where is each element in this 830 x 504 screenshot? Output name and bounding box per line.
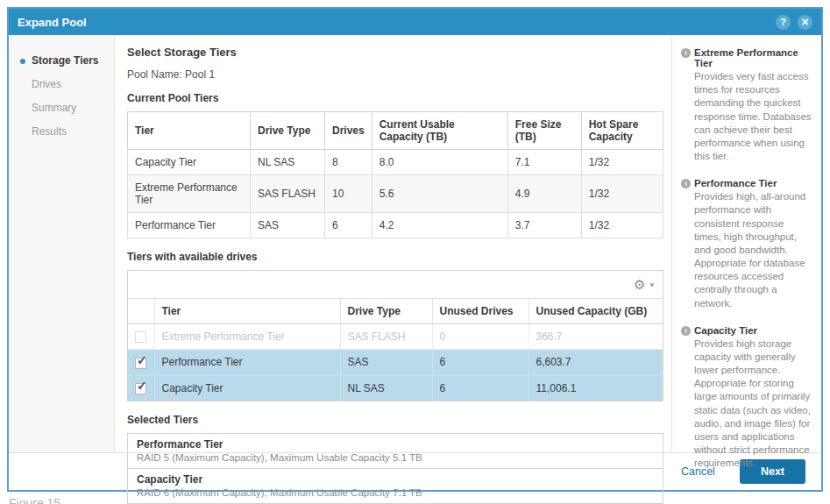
cell-drive-type: SAS: [251, 213, 325, 238]
step-label: Results: [32, 125, 67, 138]
cell-unused-capacity: 366.7: [529, 324, 663, 350]
page: Expand Pool ? ✕ Storage Tiers Drives Sum…: [0, 0, 830, 504]
table-header-row: Tier Drive Type Drives Current Usable Ca…: [128, 112, 663, 150]
cell-tier: Performance Tier: [154, 350, 340, 375]
cell-unused-drives: 6: [432, 350, 529, 375]
main-panel: Select Storage Tiers Pool Name: Pool 1 C…: [115, 35, 672, 452]
current-pool-tiers-table: Tier Drive Type Drives Current Usable Ca…: [127, 111, 663, 238]
table-row: Extreme Performance Tier SAS FLASH 10 5.…: [128, 175, 663, 213]
dialog-titlebar: Expand Pool ? ✕: [9, 9, 821, 35]
cell-hot-spare: 1/32: [581, 213, 663, 238]
cell-tier: Extreme Performance Tier: [128, 175, 251, 213]
chevron-down-icon[interactable]: ▾: [649, 280, 654, 289]
cell-unused-drives: 0: [432, 324, 529, 350]
wizard-steps-sidebar: Storage Tiers Drives Summary Results: [9, 35, 115, 452]
tier-info-panel: i Extreme Performance Tier Provides very…: [672, 35, 821, 452]
close-icon[interactable]: ✕: [798, 15, 812, 30]
cell-hot-spare: 1/32: [581, 150, 663, 175]
selected-tiers-heading: Selected Tiers: [127, 414, 663, 426]
table-row: Capacity Tier NL SAS 8 8.0 7.1 1/32: [128, 150, 663, 175]
info-title: Capacity Tier: [694, 325, 812, 336]
cell-tier: Capacity Tier: [154, 375, 340, 401]
table-row: Performance Tier SAS 6 4.2 3.7 1/32: [128, 213, 663, 238]
cell-drives: 8: [325, 150, 372, 175]
cell-drive-type: NL SAS: [251, 150, 325, 175]
column-header: Tier: [128, 112, 251, 150]
table-header-row: Tier Drive Type Unused Drives Unused Cap…: [128, 299, 663, 324]
checkbox-checked[interactable]: ✓: [135, 358, 146, 369]
column-header: Drives: [325, 112, 372, 150]
cell-drives: 10: [325, 175, 372, 213]
cell-tier: Capacity Tier: [128, 150, 251, 175]
dialog-content: Storage Tiers Drives Summary Results Sel…: [9, 35, 821, 452]
cell-drives: 6: [325, 213, 372, 238]
info-text: Provides high, all-around performance wi…: [694, 190, 812, 310]
check-icon: ✓: [137, 379, 147, 393]
check-icon: ✓: [137, 353, 147, 367]
current-pool-tiers-heading: Current Pool Tiers: [127, 92, 663, 104]
cell-unused-capacity: 6,603.7: [529, 350, 663, 375]
figure-caption: Figure 15: [9, 496, 60, 504]
column-header: Tier: [154, 299, 340, 324]
info-text: Provides high storage capacity with gene…: [694, 337, 812, 471]
cell-usable-capacity: 8.0: [372, 150, 507, 175]
cell-drive-type: SAS: [340, 350, 432, 375]
page-title: Select Storage Tiers: [127, 46, 663, 59]
dialog-title: Expand Pool: [18, 16, 87, 29]
tier-row-performance[interactable]: ✓ Performance Tier SAS 6 6,603.7: [128, 350, 663, 375]
table-toolbar: ⚙ ▾: [128, 271, 663, 299]
info-capacity-tier: i Capacity Tier Provides high storage ca…: [681, 325, 812, 471]
pool-name-label: Pool Name: Pool 1: [127, 68, 663, 81]
cell-unused-capacity: 11,006.1: [529, 375, 663, 401]
column-header: Free Size (TB): [507, 112, 581, 150]
info-extreme-performance-tier: i Extreme Performance Tier Provides very…: [681, 47, 812, 163]
cell-hot-spare: 1/32: [581, 175, 663, 213]
step-results[interactable]: Results: [9, 120, 114, 144]
checkbox-column-header: [128, 299, 154, 324]
gear-icon[interactable]: ⚙: [634, 278, 645, 291]
cell-free-size: 4.9: [507, 175, 581, 213]
cell-unused-drives: 6: [432, 375, 529, 401]
expand-pool-dialog: Expand Pool ? ✕ Storage Tiers Drives Sum…: [7, 7, 823, 492]
step-storage-tiers[interactable]: Storage Tiers: [9, 49, 114, 73]
cell-usable-capacity: 5.6: [372, 175, 507, 213]
info-title: Performance Tier: [694, 178, 812, 188]
column-header: Drive Type: [251, 112, 325, 150]
step-label: Storage Tiers: [32, 54, 98, 67]
info-title: Extreme Performance Tier: [694, 47, 812, 68]
cell-free-size: 3.7: [507, 213, 581, 238]
checkbox-checked[interactable]: ✓: [135, 383, 146, 394]
checkbox-unchecked: [135, 331, 146, 343]
cell-drive-type: SAS FLASH: [340, 324, 432, 350]
available-tiers-table-container: ⚙ ▾ Tier Drive Type Unused Drives Unused…: [127, 270, 663, 401]
column-header: Unused Drives: [432, 299, 529, 324]
info-icon: i: [681, 326, 691, 336]
column-header: Drive Type: [340, 299, 432, 324]
column-header: Unused Capacity (GB): [529, 299, 663, 324]
cell-free-size: 7.1: [507, 150, 581, 175]
cell-usable-capacity: 4.2: [372, 213, 507, 238]
cell-drive-type: SAS FLASH: [251, 175, 325, 213]
cell-drive-type: NL SAS: [340, 375, 432, 401]
cell-tier: Performance Tier: [128, 213, 251, 238]
step-drives[interactable]: Drives: [9, 73, 114, 96]
help-icon[interactable]: ?: [776, 15, 791, 30]
info-icon: i: [681, 48, 691, 58]
cell-tier: Extreme Performance Tier: [154, 324, 340, 350]
column-header: Hot Spare Capacity: [581, 112, 663, 150]
selected-tier-title: Performance Tier: [137, 438, 654, 451]
tier-row-extreme-performance: Extreme Performance Tier SAS FLASH 0 366…: [128, 324, 663, 350]
step-label: Summary: [32, 102, 76, 114]
step-summary[interactable]: Summary: [9, 96, 114, 120]
tier-row-capacity[interactable]: ✓ Capacity Tier NL SAS 6 11,006.1: [128, 375, 663, 401]
active-step-dot: [20, 59, 25, 64]
column-header: Current Usable Capacity (TB): [372, 112, 507, 150]
info-text: Provides very fast access times for reso…: [694, 70, 812, 163]
available-tiers-heading: Tiers with available drives: [127, 251, 663, 263]
info-performance-tier: i Performance Tier Provides high, all-ar…: [681, 178, 812, 310]
info-icon: i: [681, 179, 691, 188]
available-tiers-table: Tier Drive Type Unused Drives Unused Cap…: [128, 299, 663, 401]
step-label: Drives: [32, 78, 61, 90]
